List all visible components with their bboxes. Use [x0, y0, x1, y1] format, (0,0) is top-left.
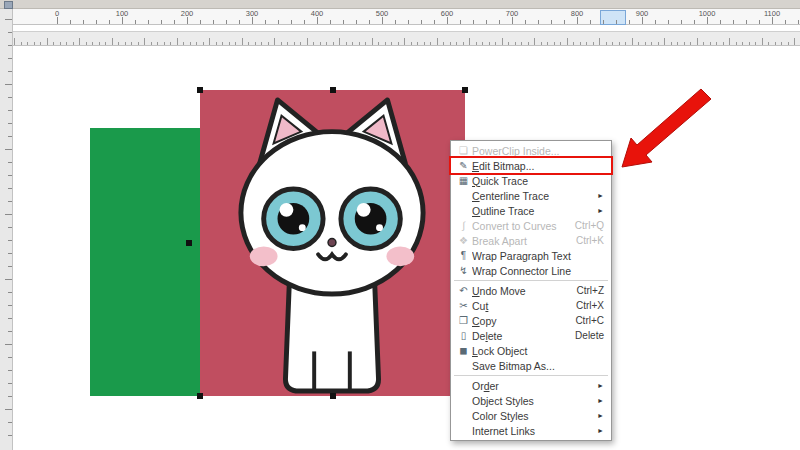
ruler-tick — [86, 42, 87, 45]
ruler-tick — [684, 42, 685, 45]
menu-item-copy[interactable]: ❐CopyCtrl+C — [451, 313, 611, 328]
ruler-tick — [658, 42, 659, 45]
menu-item-edit-bitmap[interactable]: ✎Edit Bitmap... — [451, 158, 611, 173]
quick-trace-icon: ▦ — [455, 173, 472, 188]
context-menu: ❏PowerClip Inside...✎Edit Bitmap...▦Quic… — [450, 140, 612, 441]
menu-item-label: Object Styles — [472, 395, 589, 407]
ruler-tick — [8, 136, 12, 137]
menu-item-label: PowerClip Inside... — [472, 145, 604, 157]
menu-item-undo-move[interactable]: ↶Undo MoveCtrl+Z — [451, 283, 611, 298]
ruler-tick — [34, 42, 35, 45]
ruler-tick — [21, 42, 22, 45]
ruler-tick — [372, 38, 373, 45]
ruler-tick — [70, 20, 71, 24]
menu-item-object-styles[interactable]: Object Styles► — [451, 393, 611, 408]
ruler-tick — [213, 20, 214, 24]
ruler-tick — [294, 42, 295, 45]
cut-icon: ✂ — [455, 298, 472, 313]
menu-item-shortcut: Ctrl+K — [576, 235, 604, 246]
ruler-tick — [73, 42, 74, 45]
selection-handle-middle-left[interactable] — [186, 240, 192, 246]
menu-item-quick-trace[interactable]: ▦Quick Trace — [451, 173, 611, 188]
menu-item-order[interactable]: Order► — [451, 378, 611, 393]
ruler-tick — [131, 42, 132, 45]
ruler-tick — [112, 38, 113, 45]
menu-item-shortcut: Ctrl+C — [575, 315, 604, 326]
ruler-tick — [603, 20, 604, 24]
menu-item-save-bitmap-as[interactable]: Save Bitmap As... — [451, 358, 611, 373]
ruler-tick — [109, 20, 110, 24]
ruler-tick — [274, 38, 275, 45]
ruler-tick — [229, 42, 230, 45]
ruler-tick — [92, 42, 93, 45]
menu-item-outline-trace[interactable]: Outline Trace► — [451, 203, 611, 218]
ruler-tick — [450, 42, 451, 45]
selection-handle-top-right[interactable] — [462, 87, 468, 93]
selection-handle-top-left[interactable] — [197, 87, 203, 93]
ruler-tick — [313, 42, 314, 45]
ruler-tick — [333, 42, 334, 45]
ruler-tick — [8, 370, 12, 371]
convert-curves-icon: ∫ — [455, 218, 472, 233]
menu-item-centerline-trace[interactable]: Centerline Trace► — [451, 188, 611, 203]
ruler-tick — [222, 42, 223, 45]
ruler-tick — [755, 42, 756, 45]
ruler-tick — [174, 20, 175, 24]
cat-eye-highlight — [357, 203, 371, 217]
ruler-tick — [5, 279, 12, 280]
grid-icon[interactable] — [4, 1, 13, 9]
ruler-tick — [5, 344, 12, 345]
ruler-tick — [252, 17, 253, 24]
menu-item-wrap-paragraph-text[interactable]: ¶Wrap Paragraph Text — [451, 248, 611, 263]
ruler-tick — [473, 20, 474, 24]
ruler-tick — [463, 42, 464, 45]
selection-handle-bottom-middle[interactable] — [330, 393, 336, 399]
ruler-tick — [8, 331, 12, 332]
bitmap-object[interactable] — [200, 90, 465, 396]
ruler-tick — [775, 42, 776, 45]
ruler-tick — [60, 42, 61, 45]
ruler-tick — [138, 42, 139, 45]
ruler-tick — [551, 20, 552, 24]
ruler-tick — [8, 253, 12, 254]
ruler-tick — [469, 38, 470, 45]
menu-item-shortcut: Delete — [575, 330, 604, 341]
ruler-tick — [564, 20, 565, 24]
ruler-tick — [242, 38, 243, 45]
menu-item-label: Internet Links — [472, 425, 589, 437]
menu-item-lock-object[interactable]: ◼Lock Object — [451, 343, 611, 358]
ruler-tick — [723, 42, 724, 45]
ruler-tick — [781, 42, 782, 45]
selection-handle-top-middle[interactable] — [330, 87, 336, 93]
ruler-tick — [8, 266, 12, 267]
horizontal-ruler[interactable]: 010020030040050060070080090010001100 — [12, 9, 800, 25]
cat-image[interactable] — [201, 92, 463, 394]
ruler-tick — [629, 20, 630, 24]
cat-nose — [328, 239, 336, 247]
ruler-tick — [391, 42, 392, 45]
menu-item-wrap-connector-line[interactable]: ↯Wrap Connector Line — [451, 263, 611, 278]
ruler-tick — [339, 38, 340, 45]
ruler-tick — [749, 42, 750, 45]
green-rectangle[interactable] — [90, 128, 202, 396]
submenu-arrow-icon: ► — [597, 397, 604, 404]
ruler-tick — [508, 42, 509, 45]
menu-item-shortcut: Ctrl+Z — [577, 285, 605, 296]
ruler-tick — [203, 42, 204, 45]
ruler-tick — [664, 38, 665, 45]
ruler-tick — [638, 42, 639, 45]
menu-item-internet-links[interactable]: Internet Links► — [451, 423, 611, 438]
ruler-tick — [8, 383, 12, 384]
menu-item-cut[interactable]: ✂CutCtrl+X — [451, 298, 611, 313]
selection-handle-bottom-left[interactable] — [197, 393, 203, 399]
ruler-tick — [118, 42, 119, 45]
secondary-ruler[interactable] — [12, 31, 800, 46]
menu-item-label: Delete — [472, 330, 567, 342]
vertical-ruler[interactable] — [0, 9, 13, 450]
menu-item-delete[interactable]: ▯DeleteDelete — [451, 328, 611, 343]
ruler-tick — [404, 38, 405, 45]
ruler-tick — [255, 42, 256, 45]
top-toolbar-strip — [0, 0, 800, 9]
ruler-tick — [356, 20, 357, 24]
menu-item-color-styles[interactable]: Color Styles► — [451, 408, 611, 423]
